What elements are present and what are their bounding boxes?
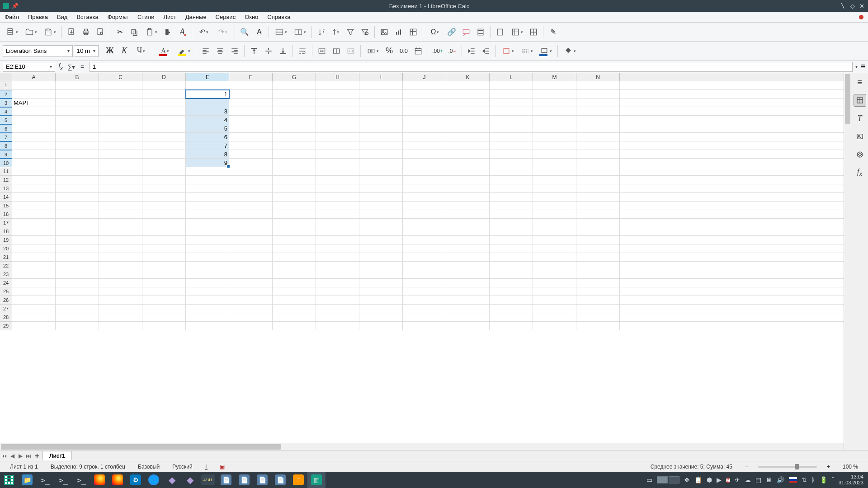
cell[interactable] <box>56 305 99 313</box>
cell[interactable] <box>359 262 403 270</box>
cell[interactable]: 7 <box>186 141 229 150</box>
cell[interactable] <box>142 133 186 141</box>
kde-app-button[interactable]: ⚙ <box>127 472 145 488</box>
cell[interactable] <box>533 159 576 167</box>
cell[interactable] <box>56 193 99 202</box>
cell[interactable] <box>359 141 403 150</box>
percent-button[interactable]: % <box>382 44 396 58</box>
cell[interactable] <box>403 150 446 159</box>
border-style-button[interactable] <box>518 44 536 58</box>
cell[interactable] <box>142 296 186 305</box>
cell[interactable] <box>359 244 403 253</box>
cell[interactable] <box>12 193 56 202</box>
column-header[interactable]: C <box>99 73 142 81</box>
cell[interactable] <box>56 176 99 184</box>
cell[interactable] <box>533 167 576 176</box>
column-header[interactable]: L <box>490 73 533 81</box>
row-header[interactable]: 20 <box>0 244 12 253</box>
cell[interactable] <box>316 81 359 90</box>
cell[interactable] <box>576 81 620 90</box>
column-header[interactable]: F <box>229 73 273 81</box>
merge-cells-button[interactable] <box>315 44 329 58</box>
cell[interactable] <box>403 219 446 227</box>
cell[interactable] <box>446 184 490 193</box>
cell[interactable] <box>229 279 273 287</box>
cell[interactable] <box>273 219 316 227</box>
cell[interactable] <box>316 262 359 270</box>
cell[interactable] <box>99 116 142 124</box>
cell[interactable] <box>316 236 359 244</box>
cell[interactable] <box>273 244 316 253</box>
cell[interactable] <box>142 202 186 210</box>
cell[interactable] <box>359 99 403 107</box>
cell[interactable] <box>403 296 446 305</box>
cell[interactable] <box>12 202 56 210</box>
row-header[interactable]: 1 <box>0 81 12 90</box>
firefox-button-2[interactable] <box>108 472 127 488</box>
row-header[interactable]: 6 <box>0 124 12 133</box>
zoom-in-button[interactable]: + <box>821 464 836 470</box>
cell[interactable] <box>12 107 56 116</box>
tray-updates-icon[interactable]: ⬢ <box>707 476 712 483</box>
cell[interactable] <box>12 236 56 244</box>
cell[interactable] <box>403 193 446 202</box>
cell[interactable] <box>446 305 490 313</box>
sidebar-styles-button[interactable]: T <box>854 112 866 125</box>
cell[interactable] <box>576 227 620 236</box>
cell[interactable] <box>99 107 142 116</box>
merge-center-button[interactable] <box>330 44 343 58</box>
column-headers[interactable]: ABCDEFGHIJKLMN <box>0 73 844 81</box>
cell[interactable] <box>12 253 56 262</box>
cell[interactable] <box>533 90 576 99</box>
cell[interactable] <box>533 81 576 90</box>
column-header[interactable]: N <box>576 73 620 81</box>
cell[interactable] <box>12 296 56 305</box>
split-window-button[interactable] <box>527 25 540 39</box>
cell[interactable] <box>99 305 142 313</box>
status-style[interactable]: Базовый <box>132 464 166 470</box>
cell[interactable] <box>99 227 142 236</box>
cell[interactable] <box>403 210 446 219</box>
cell[interactable] <box>99 287 142 296</box>
cell[interactable] <box>490 305 533 313</box>
save-button[interactable] <box>41 25 59 39</box>
paste-button[interactable] <box>142 25 160 39</box>
print-preview-button[interactable] <box>94 25 107 39</box>
cell[interactable] <box>316 305 359 313</box>
cell[interactable] <box>576 322 620 330</box>
cell[interactable] <box>403 124 446 133</box>
cell[interactable] <box>56 184 99 193</box>
cell[interactable] <box>403 99 446 107</box>
cell[interactable]: МАРТ <box>12 99 56 107</box>
cell[interactable] <box>490 270 533 279</box>
grid[interactable]: 1213МАРТ43546576879810911121314151617181… <box>0 81 844 443</box>
sort-desc-button[interactable] <box>329 25 343 39</box>
cell[interactable] <box>446 262 490 270</box>
cell[interactable] <box>446 313 490 322</box>
menu-item-7[interactable]: Данные <box>181 12 211 22</box>
tray-bluetooth-icon[interactable]: ᛒ <box>811 476 815 483</box>
cell[interactable] <box>403 116 446 124</box>
sheet-nav-first[interactable]: ⏮ <box>0 451 8 460</box>
cell[interactable] <box>316 253 359 262</box>
cell[interactable] <box>490 116 533 124</box>
cell[interactable] <box>273 159 316 167</box>
cell[interactable] <box>142 193 186 202</box>
row-header[interactable]: 7 <box>0 133 12 141</box>
row-header[interactable]: 17 <box>0 219 12 227</box>
cell[interactable] <box>403 202 446 210</box>
cell[interactable] <box>142 262 186 270</box>
cell[interactable] <box>490 210 533 219</box>
align-middle-button[interactable] <box>262 44 275 58</box>
cell[interactable] <box>229 193 273 202</box>
ethereum-button-2[interactable]: ◆ <box>181 472 199 488</box>
cell[interactable] <box>533 210 576 219</box>
cell[interactable] <box>490 236 533 244</box>
cell[interactable] <box>403 287 446 296</box>
show-desktop-button[interactable]: ▭ <box>646 476 652 483</box>
cell[interactable] <box>56 107 99 116</box>
system-clock[interactable]: 13:04 31.03.2023 <box>839 474 863 486</box>
vertical-scrollbar[interactable] <box>844 73 851 450</box>
cell[interactable] <box>359 90 403 99</box>
row-header[interactable]: 18 <box>0 227 12 236</box>
